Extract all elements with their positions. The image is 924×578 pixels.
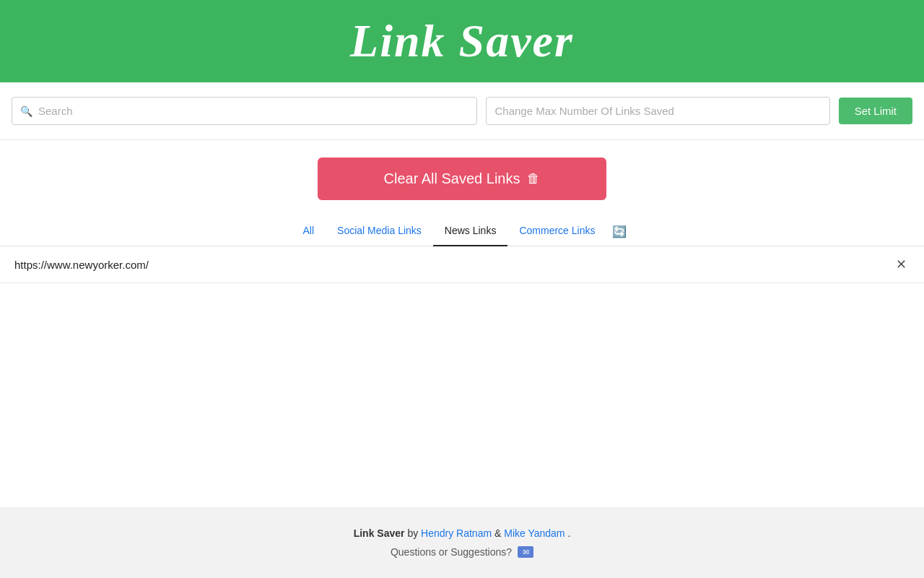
footer: Link Saver by Hendry Ratnam & Mike Yanda… [0,507,924,578]
search-icon: 🔍 [20,105,32,117]
search-wrapper: 🔍 [12,97,477,125]
tabs-section: All Social Media Links News Links Commer… [0,212,924,246]
tab-social-media[interactable]: Social Media Links [326,217,433,246]
clear-button-label: Clear All Saved Links [384,171,520,187]
clear-section: Clear All Saved Links 🗑 [0,140,924,212]
tab-commerce[interactable]: Commerce Links [507,217,606,246]
set-limit-button[interactable]: Set Limit [839,98,912,124]
footer-author1-link[interactable]: Hendry Ratnam [421,527,492,539]
refresh-icon[interactable]: 🔄 [606,217,632,246]
app-header: Link Saver [0,0,924,82]
max-links-input[interactable] [486,97,830,125]
footer-app-name: Link Saver [354,527,405,539]
footer-separator: & [494,527,504,539]
email-icon[interactable] [518,546,533,558]
search-input[interactable] [12,97,477,125]
tab-all[interactable]: All [292,217,326,246]
table-row: https://www.newyorker.com/ ✕ [0,246,924,283]
footer-period: . [567,527,570,539]
trash-icon: 🗑 [527,171,540,186]
toolbar: 🔍 Set Limit [0,82,924,140]
footer-author2-link[interactable]: Mike Yandam [504,527,565,539]
footer-suggestions: Questions or Suggestions? [12,546,912,558]
links-list: https://www.newyorker.com/ ✕ [0,246,924,507]
remove-link-button[interactable]: ✕ [893,258,910,271]
footer-credits: Link Saver by Hendry Ratnam & Mike Yanda… [12,527,912,539]
footer-by: by [407,527,421,539]
tab-news[interactable]: News Links [433,217,508,246]
link-url: https://www.newyorker.com/ [14,259,893,271]
clear-all-button[interactable]: Clear All Saved Links 🗑 [318,158,606,200]
footer-suggestions-text: Questions or Suggestions? [391,546,512,558]
app-title: Link Saver [14,14,910,68]
